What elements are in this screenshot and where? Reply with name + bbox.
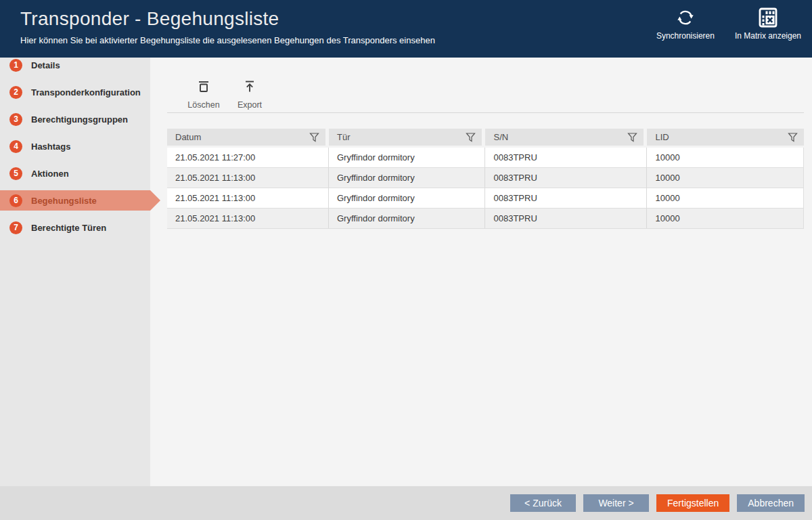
cell-datum: 21.05.2021 11:13:00: [167, 168, 329, 188]
filter-icon[interactable]: [466, 133, 476, 142]
delete-label: Löschen: [187, 100, 219, 110]
sidebar-item-label: Aktionen: [31, 169, 69, 179]
footer: < Zurück Weiter > Fertigstellen Abbreche…: [0, 486, 812, 520]
cell-tuer: Gryffindor dormitory: [329, 188, 485, 209]
show-in-matrix-button[interactable]: In Matrix anzeigen: [732, 7, 804, 41]
filter-icon[interactable]: [788, 133, 798, 142]
trash-icon: [196, 79, 212, 98]
step-number-badge: 7: [9, 221, 22, 234]
cell-lid: 10000: [647, 209, 804, 229]
sync-icon: [675, 7, 696, 28]
matrix-grid-icon: [759, 7, 777, 28]
cell-lid: 10000: [647, 188, 804, 209]
sidebar-item-berechtigungsgruppen[interactable]: 3 Berechtigungsgruppen: [0, 106, 150, 133]
sidebar-item-label: Hashtags: [31, 142, 71, 152]
sidebar-item-hashtags[interactable]: 4 Hashtags: [0, 133, 150, 160]
column-label: S/N: [493, 132, 508, 142]
sidebar-item-aktionen[interactable]: 5 Aktionen: [0, 160, 150, 187]
page-subtitle: Hier können Sie bei aktivierter Begehung…: [20, 35, 435, 45]
step-number-badge: 4: [9, 140, 22, 153]
synchronize-button[interactable]: Synchronisieren: [654, 7, 717, 41]
table-row[interactable]: 21.05.2021 11:13:00 Gryffindor dormitory…: [167, 168, 804, 188]
export-button[interactable]: Export: [229, 79, 271, 110]
cell-sn: 0083TPRU: [485, 168, 647, 188]
export-label: Export: [238, 100, 262, 110]
column-header-sn[interactable]: S/N: [485, 129, 647, 148]
column-label: LID: [655, 132, 669, 142]
cell-sn: 0083TPRU: [485, 209, 647, 229]
sidebar-item-label: Begehungsliste: [31, 196, 97, 206]
step-number-badge: 3: [9, 113, 22, 126]
sidebar-item-label: Berechtigte Türen: [31, 223, 106, 233]
page-title: Transponder - Begehungsliste: [20, 7, 435, 31]
cell-tuer: Gryffindor dormitory: [329, 148, 485, 168]
wizard-steps-sidebar: 1 Details 2 Transponderkonfiguration 3 B…: [0, 58, 150, 486]
column-header-datum[interactable]: Datum: [167, 129, 329, 148]
show-in-matrix-label: In Matrix anzeigen: [735, 31, 801, 41]
header-titles: Transponder - Begehungsliste Hier können…: [20, 7, 435, 45]
access-list-table: Datum Tür S/N: [167, 129, 804, 229]
filter-icon[interactable]: [309, 133, 319, 142]
table-header-row: Datum Tür S/N: [167, 129, 804, 148]
cell-datum: 21.05.2021 11:13:00: [167, 209, 329, 229]
back-button[interactable]: < Zurück: [510, 494, 576, 512]
column-label: Datum: [175, 132, 201, 142]
sidebar-item-berechtigte-tueren[interactable]: 7 Berechtigte Türen: [0, 214, 150, 241]
finish-button[interactable]: Fertigstellen: [656, 494, 729, 512]
step-number-badge: 5: [9, 167, 22, 180]
cell-datum: 21.05.2021 11:27:00: [167, 148, 329, 168]
header-actions: Synchronisieren: [654, 7, 804, 41]
export-icon: [242, 79, 258, 98]
synchronize-label: Synchronisieren: [656, 31, 715, 41]
access-list-table-container: Datum Tür S/N: [167, 129, 804, 229]
step-number-badge: 2: [9, 86, 22, 99]
cell-lid: 10000: [647, 168, 804, 188]
toolbar: Löschen Export: [183, 79, 271, 110]
delete-button[interactable]: Löschen: [183, 79, 225, 110]
wizard-step-list: 1 Details 2 Transponderkonfiguration 3 B…: [0, 51, 150, 241]
step-number-badge: 1: [9, 59, 22, 72]
step-number-badge: 6: [9, 194, 22, 207]
sidebar-item-begehungsliste[interactable]: 6 Begehungsliste: [0, 187, 150, 214]
cell-tuer: Gryffindor dormitory: [329, 168, 485, 188]
sidebar-item-transponderkonfiguration[interactable]: 2 Transponderkonfiguration: [0, 79, 150, 106]
filter-icon[interactable]: [627, 133, 637, 142]
table-row[interactable]: 21.05.2021 11:13:00 Gryffindor dormitory…: [167, 209, 804, 229]
cell-tuer: Gryffindor dormitory: [329, 209, 485, 229]
cancel-button[interactable]: Abbrechen: [737, 494, 805, 512]
table-row[interactable]: 21.05.2021 11:13:00 Gryffindor dormitory…: [167, 188, 804, 209]
header: Transponder - Begehungsliste Hier können…: [0, 0, 812, 58]
table-row[interactable]: 21.05.2021 11:27:00 Gryffindor dormitory…: [167, 148, 804, 168]
next-button[interactable]: Weiter >: [583, 494, 649, 512]
cell-sn: 0083TPRU: [485, 148, 647, 168]
cell-datum: 21.05.2021 11:13:00: [167, 188, 329, 209]
main-content: Löschen Export: [150, 58, 812, 486]
column-label: Tür: [337, 132, 351, 142]
toolbar-separator: [167, 112, 804, 113]
cell-sn: 0083TPRU: [485, 188, 647, 209]
sidebar-item-label: Transponderkonfiguration: [31, 87, 141, 98]
cell-lid: 10000: [647, 148, 804, 168]
column-header-tuer[interactable]: Tür: [329, 129, 485, 148]
sidebar-item-label: Berechtigungsgruppen: [31, 114, 128, 125]
sidebar-item-label: Details: [31, 60, 60, 70]
column-header-lid[interactable]: LID: [647, 129, 804, 148]
